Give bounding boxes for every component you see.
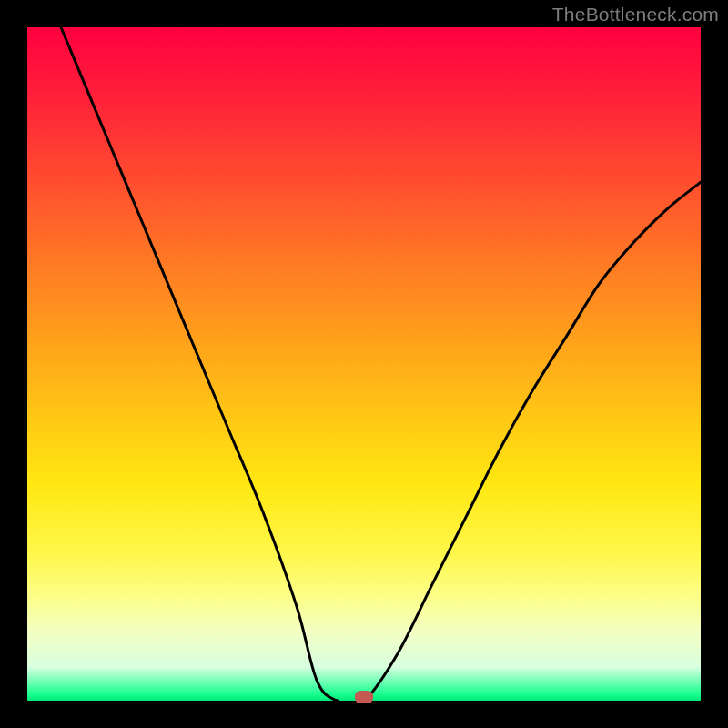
plot-area [27,27,701,701]
watermark-label: TheBottleneck.com [552,4,719,25]
chart-frame: TheBottleneck.com [0,0,728,728]
bottleneck-curve [27,27,701,701]
optimal-point-marker [355,691,373,703]
